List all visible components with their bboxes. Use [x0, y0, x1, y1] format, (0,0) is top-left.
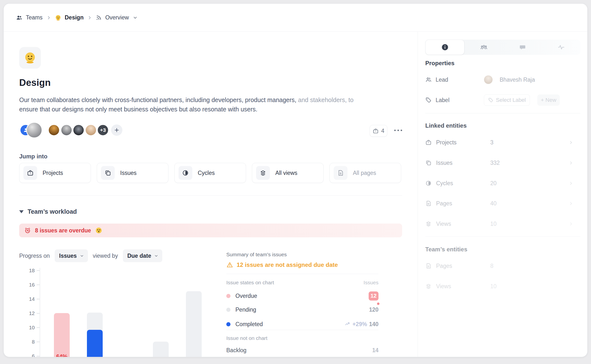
chevron-down-icon	[154, 254, 158, 258]
team-emoji-tile[interactable]	[19, 47, 41, 69]
state-label: Completed	[235, 321, 340, 328]
avatar[interactable]	[85, 124, 97, 136]
linked-row-cycles[interactable]: Cycles 20	[425, 177, 580, 189]
off-chart-label: Issue not on chart	[226, 335, 378, 341]
backlog-label: Backlog	[226, 347, 246, 354]
linked-entities-heading: Linked entities	[425, 122, 467, 129]
select-label-button[interactable]: Select Label	[484, 94, 530, 106]
state-row-completed: Completed +29% 140	[226, 319, 378, 329]
linked-row-pages[interactable]: Pages 40	[425, 197, 580, 209]
property-row-label: Label Select Label + New	[425, 94, 580, 106]
y-axis-tick	[37, 342, 40, 342]
chevron-right-icon	[569, 161, 573, 165]
overdue-alert-text: 8 issues are overdue	[35, 227, 91, 234]
layers-icon	[425, 221, 432, 227]
avatar[interactable]	[61, 124, 72, 136]
tag-icon	[488, 97, 493, 103]
linked-row-projects[interactable]: Projects 3	[425, 136, 580, 148]
completed-count: 140	[369, 321, 378, 328]
summary-heading: Summary of team's issues	[226, 252, 378, 258]
due-date-warning-text: 12 issues are not assigned due date	[237, 261, 338, 268]
view-dropdown[interactable]: Due date	[123, 249, 162, 262]
avatar[interactable]	[73, 124, 84, 136]
chart-bar-completed	[87, 330, 103, 357]
lead-value[interactable]: Bhavesh Raja	[500, 76, 535, 83]
tab-activity[interactable]	[542, 40, 580, 55]
avatar[interactable]	[26, 122, 42, 138]
breadcrumb-page[interactable]: Overview	[96, 14, 129, 21]
jump-into-heading: Jump into	[19, 153, 48, 160]
new-label-button[interactable]: + New	[537, 94, 560, 106]
entity-dropdown[interactable]: Issues	[55, 249, 88, 262]
chart-y-axis	[40, 268, 40, 357]
team-entities-heading: Team’s entities	[425, 246, 467, 253]
y-axis-tick-label: 12	[20, 310, 35, 316]
state-row-overdue: Overdue 12	[226, 291, 378, 301]
team-description-part1: Our team collaborates closely with cross…	[19, 96, 296, 103]
workload-collapse-toggle[interactable]: Team’s workload	[19, 208, 77, 215]
y-axis-tick-label: 16	[20, 282, 35, 288]
linked-projects-count-button[interactable]: 4	[370, 125, 387, 137]
team-row-pages[interactable]: Pages 8	[425, 260, 580, 272]
completed-dot	[226, 322, 230, 326]
tab-comments[interactable]	[503, 40, 542, 55]
pending-count: 120	[369, 306, 378, 313]
state-label: Overdue	[235, 293, 364, 299]
jump-card-issues[interactable]: Issues	[97, 163, 168, 183]
lead-avatar	[484, 75, 493, 84]
jump-card-all-views[interactable]: All views	[252, 163, 324, 183]
briefcase-icon	[425, 139, 432, 146]
layers-icon	[256, 166, 270, 180]
lead-label: Lead	[436, 76, 480, 83]
bar-percentage-label: 64%	[54, 353, 70, 357]
breadcrumb-teams[interactable]: Teams	[16, 14, 43, 21]
view-dropdown-value: Due date	[127, 253, 151, 259]
tab-properties[interactable]	[425, 40, 464, 55]
activity-pulse-icon	[558, 44, 565, 51]
jump-card-all-pages[interactable]: All pages	[329, 163, 401, 183]
layers-icon	[425, 283, 432, 289]
chart-bar-track	[186, 291, 202, 357]
y-axis-tick-label: 6	[20, 353, 35, 357]
page-icon	[425, 200, 432, 207]
teams-icon	[16, 15, 22, 21]
y-axis-tick	[37, 270, 40, 271]
add-member-button[interactable]	[111, 124, 122, 136]
properties-heading: Properties	[425, 60, 455, 67]
jump-card-label: Cycles	[198, 170, 215, 176]
warning-triangle-icon	[226, 261, 233, 268]
tag-icon	[425, 97, 432, 103]
more-options-button[interactable]	[394, 130, 402, 131]
tab-members[interactable]	[464, 40, 503, 55]
notification-dot	[377, 303, 379, 305]
team-row-views[interactable]: Views 10	[425, 280, 580, 292]
y-axis-tick-label: 18	[20, 268, 35, 273]
y-axis-tick-label: 14	[20, 296, 35, 302]
project-count: 4	[381, 128, 384, 134]
overview-feed-icon	[96, 15, 102, 21]
divider	[425, 236, 580, 237]
jump-card-projects[interactable]: Projects	[19, 163, 91, 183]
chevron-down-icon[interactable]	[133, 15, 138, 20]
divider	[226, 274, 378, 274]
y-axis-tick	[37, 285, 40, 285]
alarm-clock-icon	[24, 227, 31, 234]
jump-card-cycles[interactable]: Cycles	[174, 163, 246, 183]
team-emoji-icon	[55, 15, 61, 21]
jump-card-label: Projects	[43, 170, 63, 176]
trend-up-icon	[345, 321, 350, 327]
avatar-overflow-count[interactable]: +3	[97, 124, 109, 136]
briefcase-icon	[373, 128, 379, 134]
issues-icon	[101, 166, 115, 180]
on-chart-label: Issue states on chart	[226, 280, 274, 286]
linked-row-views[interactable]: Views 10	[425, 218, 580, 230]
avatar[interactable]	[48, 124, 60, 136]
breadcrumb-team[interactable]: Design	[55, 14, 84, 21]
linked-row-issues[interactable]: Issues 332	[425, 157, 580, 169]
due-date-warning: 12 issues are not assigned due date	[226, 261, 378, 268]
cycles-icon	[425, 180, 432, 186]
issue-states-header: Issue states on chart Issues	[226, 280, 378, 286]
y-axis-tick-label: 10	[20, 325, 35, 331]
jump-card-label: All pages	[353, 170, 376, 176]
sidebar-divider	[418, 32, 418, 357]
